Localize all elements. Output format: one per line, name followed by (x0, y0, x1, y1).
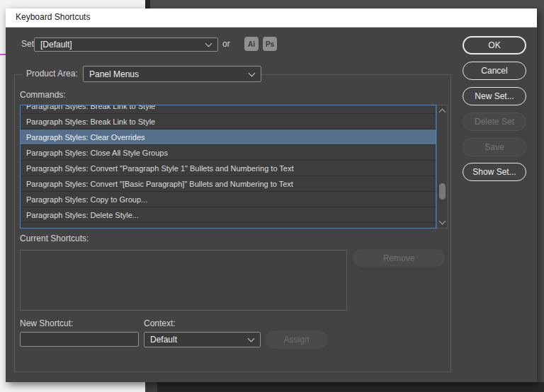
new-shortcut-label: New Shortcut: (20, 318, 73, 328)
command-row[interactable]: Paragraph Styles: Break Link to Style (21, 105, 436, 114)
command-row[interactable]: Paragraph Styles: Break Link to Style (21, 114, 436, 129)
margin-guide-line (0, 54, 6, 55)
command-row[interactable]: Paragraph Styles: Clear Overrides (21, 129, 436, 145)
command-row[interactable]: Paragraph Styles: Delete Style... (21, 223, 436, 229)
new-set-button[interactable]: New Set... (463, 87, 526, 105)
screen: Keyboard Shortcuts Set: [Default] or Ai … (0, 0, 544, 392)
bottom-dark-strip (157, 382, 544, 392)
scrollbar-thumb[interactable] (439, 183, 446, 200)
photoshop-icon[interactable]: Ps (263, 37, 277, 51)
product-area-value: Panel Menus (89, 69, 139, 79)
new-shortcut-input[interactable] (20, 332, 139, 347)
delete-set-button[interactable]: Delete Set (463, 113, 526, 131)
context-dropdown-value: Default (150, 335, 177, 345)
dialog-title: Keyboard Shortcuts (16, 12, 90, 22)
show-set-button[interactable]: Show Set... (463, 163, 526, 181)
or-label: or (222, 39, 230, 49)
context-label: Context: (144, 318, 176, 328)
command-row[interactable]: Paragraph Styles: Copy to Group... (21, 192, 436, 207)
context-dropdown[interactable]: Default (144, 332, 261, 347)
cancel-button[interactable]: Cancel (463, 62, 526, 80)
commands-label: Commands: (20, 90, 66, 100)
keyboard-shortcuts-dialog: Keyboard Shortcuts Set: [Default] or Ai … (6, 8, 537, 382)
command-row[interactable]: Paragraph Styles: Convert "Paragraph Sty… (21, 161, 436, 176)
product-area-label: Product Area: (23, 69, 81, 79)
scroll-down-icon[interactable] (439, 218, 446, 225)
set-dropdown-value: [Default] (40, 40, 72, 50)
assign-button[interactable]: Assign (265, 330, 328, 349)
current-shortcuts-box[interactable] (20, 250, 347, 311)
commands-list[interactable]: Paragraph Styles: Break Link to StylePar… (20, 105, 436, 229)
command-row[interactable]: Paragraph Styles: Convert "[Basic Paragr… (21, 176, 436, 192)
illustrator-icon[interactable]: Ai (244, 37, 259, 51)
bottom-panel-edge (145, 382, 158, 392)
product-area-dropdown[interactable]: Panel Menus (83, 66, 261, 82)
dialog-titlebar[interactable]: Keyboard Shortcuts (6, 8, 537, 28)
command-row[interactable]: Paragraph Styles: Delete Style... (21, 207, 436, 223)
chevron-down-icon (248, 335, 255, 342)
chevron-down-icon (205, 40, 212, 47)
scroll-up-icon[interactable] (439, 109, 446, 116)
chevron-down-icon (249, 69, 256, 76)
current-shortcuts-label: Current Shortcuts: (20, 234, 89, 243)
commands-scrollbar[interactable] (436, 105, 448, 229)
remove-button[interactable]: Remove (353, 249, 445, 267)
command-row[interactable]: Paragraph Styles: Close All Style Groups (21, 145, 436, 161)
ok-button[interactable]: OK (463, 36, 526, 54)
set-dropdown[interactable]: [Default] (34, 38, 218, 52)
save-button[interactable]: Save (463, 138, 526, 156)
